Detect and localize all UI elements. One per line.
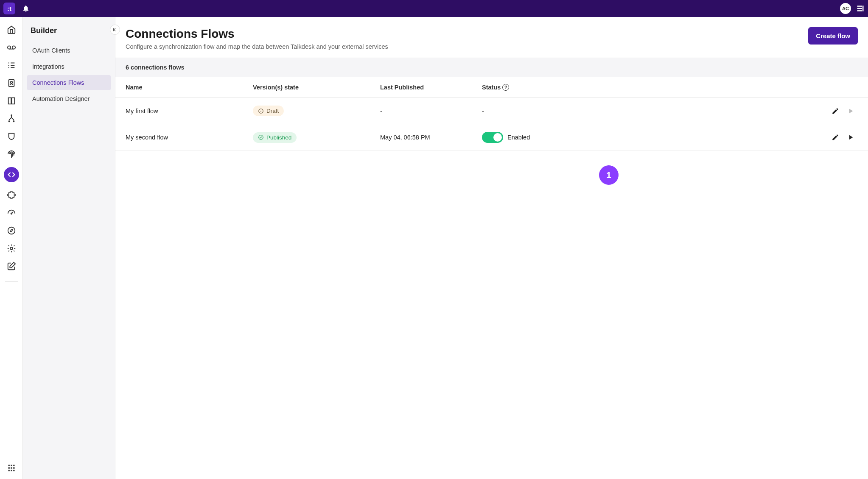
book-icon[interactable] <box>6 96 17 106</box>
badge-label: Published <box>266 134 291 141</box>
apps-grid-icon[interactable] <box>6 463 17 473</box>
sidebar: Builder OAuth Clients Integrations Conne… <box>23 17 115 479</box>
svg-rect-16 <box>11 465 12 466</box>
play-flow-icon <box>847 107 854 115</box>
svg-point-9 <box>11 115 12 116</box>
routing-icon[interactable] <box>6 114 17 124</box>
table-header: Name Version(s) state Last Published Sta… <box>115 77 868 98</box>
logo-text: :t <box>7 5 11 12</box>
row-status: Enabled <box>482 132 567 143</box>
row-published: - <box>380 108 482 114</box>
shield-icon[interactable] <box>6 131 17 142</box>
header-text-block: Connections Flows Configure a synchroniz… <box>126 27 388 50</box>
list-icon[interactable] <box>6 60 17 70</box>
svg-rect-2 <box>857 10 862 11</box>
sidebar-item-automation-designer[interactable]: Automation Designer <box>27 91 111 106</box>
svg-point-8 <box>10 81 12 84</box>
app-logo[interactable]: :t <box>3 3 15 14</box>
row-actions <box>567 107 858 115</box>
row-version: Draft <box>253 106 380 116</box>
home-icon[interactable] <box>6 25 17 35</box>
compass-icon[interactable] <box>6 226 17 236</box>
check-circle-icon <box>258 134 264 140</box>
svg-rect-22 <box>11 470 12 471</box>
header-published: Last Published <box>380 84 482 91</box>
svg-rect-23 <box>13 470 14 471</box>
row-name: My second flow <box>126 134 253 141</box>
sidebar-item-oauth-clients[interactable]: OAuth Clients <box>27 43 111 58</box>
svg-point-5 <box>12 46 15 49</box>
svg-rect-15 <box>8 465 9 466</box>
status-toggle[interactable] <box>482 132 503 143</box>
flows-count: 6 connections flows <box>115 58 868 77</box>
fingerprint-icon[interactable] <box>6 149 17 159</box>
svg-rect-17 <box>13 465 14 466</box>
create-flow-button[interactable]: Create flow <box>808 27 858 45</box>
header-name: Name <box>126 84 253 91</box>
gear-icon[interactable] <box>6 243 17 253</box>
row-version: Published <box>253 132 380 143</box>
panel-toggle-icon[interactable] <box>856 4 865 13</box>
sidebar-item-connections-flows[interactable]: Connections Flows <box>27 75 111 90</box>
avatar-initials: AC <box>842 6 849 11</box>
edit-flow-icon[interactable] <box>832 134 839 141</box>
notifications-icon[interactable] <box>22 5 30 12</box>
svg-point-27 <box>259 135 263 140</box>
row-actions <box>567 134 858 141</box>
top-bar: :t AC <box>0 0 868 17</box>
status-text: Enabled <box>507 134 530 141</box>
svg-point-14 <box>10 247 13 250</box>
header-status-label: Status <box>482 84 501 91</box>
version-badge-draft: Draft <box>253 106 284 116</box>
table-row: My first flow Draft - - <box>115 98 868 124</box>
svg-point-12 <box>11 213 12 214</box>
status-text: - <box>482 108 484 114</box>
callout-number: 1 <box>606 170 611 180</box>
flows-table: Name Version(s) state Last Published Sta… <box>115 77 868 151</box>
badge-label: Draft <box>266 108 279 114</box>
header-actions <box>567 84 858 91</box>
header-status: Status ? <box>482 84 567 91</box>
sidebar-item-integrations[interactable]: Integrations <box>27 59 111 74</box>
svg-rect-18 <box>8 467 9 468</box>
svg-rect-3 <box>862 6 864 11</box>
info-icon <box>258 108 264 114</box>
edit-icon[interactable] <box>6 261 17 271</box>
topbar-right: AC <box>840 3 865 14</box>
callout-badge: 1 <box>599 165 619 185</box>
builder-icon[interactable] <box>4 167 19 182</box>
row-status: - <box>482 108 567 114</box>
svg-point-10 <box>8 121 9 122</box>
contacts-icon[interactable] <box>6 78 17 88</box>
page-title: Connections Flows <box>126 27 388 41</box>
row-published: May 04, 06:58 PM <box>380 134 482 141</box>
svg-rect-20 <box>13 467 14 468</box>
help-icon[interactable]: ? <box>502 84 509 91</box>
svg-rect-19 <box>11 467 12 468</box>
svg-rect-0 <box>857 6 862 7</box>
row-name: My first flow <box>126 108 253 114</box>
icon-rail <box>0 17 23 479</box>
status-wrap: Enabled <box>482 132 530 143</box>
toggle-knob <box>493 133 502 142</box>
gauge-icon[interactable] <box>6 208 17 218</box>
puzzle-icon[interactable] <box>6 190 17 200</box>
main-content: Connections Flows Configure a synchroniz… <box>115 17 868 479</box>
rail-divider <box>5 281 18 282</box>
main-header: Connections Flows Configure a synchroniz… <box>115 17 868 58</box>
voicemail-icon[interactable] <box>6 42 17 53</box>
table-row: My second flow Published May 04, 06:58 P… <box>115 124 868 151</box>
edit-flow-icon[interactable] <box>832 107 839 115</box>
svg-point-4 <box>7 46 10 49</box>
header-version: Version(s) state <box>253 84 380 91</box>
svg-rect-21 <box>8 470 9 471</box>
svg-rect-1 <box>857 8 862 9</box>
avatar[interactable]: AC <box>840 3 851 14</box>
page-subtitle: Configure a synchronization flow and map… <box>126 43 388 50</box>
sidebar-title: Builder <box>27 25 111 43</box>
version-badge-published: Published <box>253 132 297 143</box>
topbar-left: :t <box>3 3 30 14</box>
play-flow-icon[interactable] <box>847 134 854 141</box>
layout: Builder OAuth Clients Integrations Conne… <box>0 17 868 479</box>
svg-point-13 <box>8 227 15 234</box>
